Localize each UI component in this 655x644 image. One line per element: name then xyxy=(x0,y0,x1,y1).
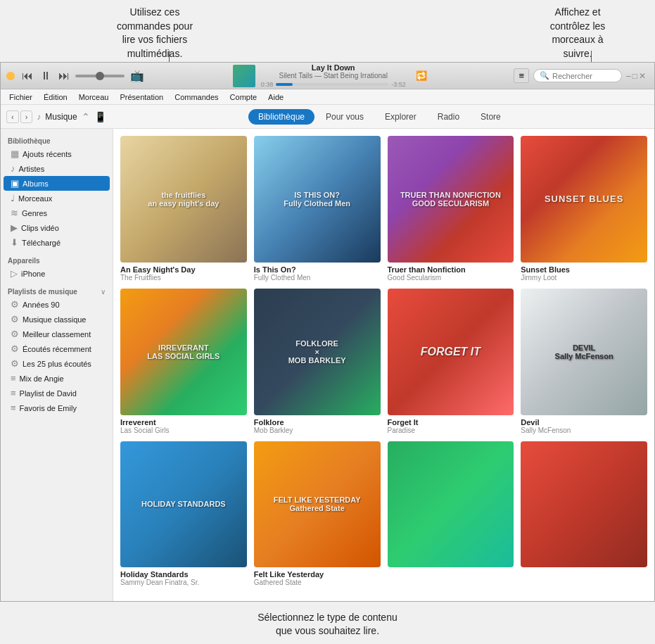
sidebar-mix-angie-label: Mix de Angie xyxy=(20,374,64,383)
sidebar-item-genres[interactable]: ≋ Genres xyxy=(4,206,110,220)
sidebar-item-albums[interactable]: ▣ Albums xyxy=(4,176,110,191)
search-box: 🔍 xyxy=(533,69,622,82)
sidebar: Bibliothèque ▦ Ajouts récents ♪ Artistes… xyxy=(1,129,113,601)
sidebar-item-iphone[interactable]: ▷ iPhone xyxy=(4,266,110,281)
sidebar-item-meilleur[interactable]: ⚙ Meilleur classement xyxy=(4,327,110,341)
win-restore-btn[interactable]: □ xyxy=(632,71,637,81)
album-item-1[interactable]: IS THIS ON?Fully Clothed Men Is This On?… xyxy=(254,136,381,282)
album-title-4: Irreverent xyxy=(120,418,247,427)
cover-text-0: the fruitfliesan easy night's day xyxy=(120,136,247,263)
minimize-button[interactable] xyxy=(6,72,15,80)
sidebar-artistes-label: Artistes xyxy=(19,165,45,173)
sidebar-morceaux-label: Morceaux xyxy=(18,194,52,203)
album-title-9: Felt Like Yesterday xyxy=(254,570,381,579)
morceaux-icon: ♩ xyxy=(11,193,15,203)
back-button[interactable]: ‹ xyxy=(6,111,19,123)
album-item-10[interactable] xyxy=(388,441,514,587)
album-artist-6: Paradise xyxy=(388,427,514,434)
tab-radio[interactable]: Radio xyxy=(428,109,469,125)
sidebar-telecharge-label: Téléchargé xyxy=(22,239,61,247)
menu-fichier[interactable]: Fichier xyxy=(5,91,37,103)
clips-icon: ▶ xyxy=(11,222,18,233)
progress-area: 0:38 -3:52 xyxy=(261,81,406,88)
cover-text-9: FELT LIKE YESTERDAYGathered State xyxy=(254,441,381,568)
tab-bibliotheque[interactable]: Bibliothèque xyxy=(248,109,314,125)
album-item-11[interactable] xyxy=(521,441,647,587)
nav-tabs: Bibliothèque Pour vous Explorer Radio St… xyxy=(110,109,649,125)
sidebar-item-mix-angie[interactable]: ≡ Mix de Angie xyxy=(4,371,110,386)
album-item-9[interactable]: FELT LIKE YESTERDAYGathered State Felt L… xyxy=(254,441,381,587)
pause-button[interactable]: ⏸ xyxy=(39,68,53,84)
cover-text-10 xyxy=(388,441,514,568)
sidebar-item-clips[interactable]: ▶ Clips vidéo xyxy=(4,220,110,235)
sidebar-item-telecharge[interactable]: ⬇ Téléchargé xyxy=(4,235,110,250)
playlists-chevron-icon[interactable]: ∨ xyxy=(101,288,106,296)
album-item-0[interactable]: the fruitfliesan easy night's day An Eas… xyxy=(120,136,247,282)
device-icon: 📱 xyxy=(94,111,106,122)
forward-button[interactable]: › xyxy=(20,111,33,123)
sidebar-25plus-label: Les 25 plus écoutés xyxy=(23,360,91,368)
album-item-6[interactable]: FORGET IT Forget It Paradise xyxy=(388,289,514,434)
sidebar-item-playlist-david[interactable]: ≡ Playlist de David xyxy=(4,386,110,400)
now-playing-artist: Silent Tails — Start Being Irrational xyxy=(261,72,406,80)
menu-presentation[interactable]: Présentation xyxy=(115,91,167,103)
sidebar-item-annees90[interactable]: ⚙ Années 90 xyxy=(4,297,110,312)
album-item-2[interactable]: TRUER THAN NONFICTIONGOOD SECULARISM Tru… xyxy=(388,136,514,282)
title-bar-right: ≡ 🔍 – □ ✕ xyxy=(514,68,646,83)
album-item-7[interactable]: DEVILSally McFenson Devil Sally McFenson xyxy=(521,289,647,434)
menu-edition[interactable]: Édition xyxy=(39,91,72,103)
progress-bar[interactable] xyxy=(276,83,388,86)
menu-compte[interactable]: Compte xyxy=(226,91,262,103)
artistes-icon: ♪ xyxy=(11,163,15,174)
sidebar-item-25plus[interactable]: ⚙ Les 25 plus écoutés xyxy=(4,356,110,371)
cover-text-11 xyxy=(521,441,647,568)
sidebar-item-artistes[interactable]: ♪ Artistes xyxy=(4,161,110,176)
album-artist-1: Fully Clothed Men xyxy=(254,274,381,282)
album-title-8: Holiday Standards xyxy=(120,570,247,579)
playback-controls: ⏮ ⏸ ⏭ 📺 xyxy=(20,68,146,84)
album-artist-9: Gathered State xyxy=(254,579,381,586)
sidebar-library-title: Bibliothèque xyxy=(1,134,113,146)
win-minimize-btn[interactable]: – xyxy=(626,71,631,81)
cover-text-7: DEVILSally McFenson xyxy=(521,289,647,415)
album-title-5: Folklore xyxy=(254,418,381,427)
album-item-5[interactable]: FOLKLORE×MOB BARKLEY Folklore Mob Barkle… xyxy=(254,289,381,434)
win-min-max: – □ ✕ xyxy=(626,71,646,81)
nav-buttons: ‹ › xyxy=(6,111,32,123)
album-item-8[interactable]: HOLIDAY STANDARDS Holiday Standards Samm… xyxy=(120,441,247,587)
repeat-button[interactable]: 🔁 xyxy=(416,70,427,81)
25plus-icon: ⚙ xyxy=(11,358,19,369)
search-input[interactable] xyxy=(552,72,616,80)
menu-morceau[interactable]: Morceau xyxy=(75,91,113,103)
tab-explorer[interactable]: Explorer xyxy=(375,109,426,125)
menu-commandes[interactable]: Commandes xyxy=(170,91,222,103)
album-item-3[interactable]: SUNSET BLUES Sunset Blues Jimmy Loot xyxy=(521,136,647,282)
sidebar-item-ajouts[interactable]: ▦ Ajouts récents xyxy=(4,146,110,161)
fast-forward-button[interactable]: ⏭ xyxy=(57,68,71,84)
menu-aide[interactable]: Aide xyxy=(264,91,288,103)
win-close-btn[interactable]: ✕ xyxy=(639,71,646,81)
airplay-button[interactable]: 📺 xyxy=(129,68,146,84)
album-item-4[interactable]: IRREVERANTLAS SOCIAL GIRLS Irreverent La… xyxy=(120,289,247,434)
main-content: Bibliothèque ▦ Ajouts récents ♪ Artistes… xyxy=(1,129,654,601)
meilleur-icon: ⚙ xyxy=(11,329,19,339)
sidebar-item-ecoutes[interactable]: ⚙ Écoutés récemment xyxy=(4,341,110,356)
tab-store[interactable]: Store xyxy=(471,109,511,125)
annees90-icon: ⚙ xyxy=(11,299,19,310)
album-title-6: Forget It xyxy=(388,418,514,427)
tab-pour-vous[interactable]: Pour vous xyxy=(316,109,374,125)
rewind-button[interactable]: ⏮ xyxy=(20,68,34,84)
sidebar-annees90-label: Années 90 xyxy=(23,301,60,309)
sidebar-albums-label: Albums xyxy=(23,179,49,188)
sidebar-ajouts-label: Ajouts récents xyxy=(23,150,72,158)
sidebar-item-classique[interactable]: ⚙ Musique classique xyxy=(4,312,110,327)
search-icon: 🔍 xyxy=(540,71,549,80)
album-cover-0: the fruitfliesan easy night's day xyxy=(120,136,247,263)
sidebar-item-favoris-emily[interactable]: ≡ Favoris de Emily xyxy=(4,400,110,415)
sort-button[interactable]: ⌃ xyxy=(82,111,90,122)
volume-slider[interactable] xyxy=(75,75,125,77)
sidebar-item-morceaux[interactable]: ♩ Morceaux xyxy=(4,191,110,206)
queue-button[interactable]: ≡ xyxy=(514,68,529,83)
telecharge-icon: ⬇ xyxy=(11,237,18,248)
sidebar-clips-label: Clips vidéo xyxy=(21,224,59,232)
